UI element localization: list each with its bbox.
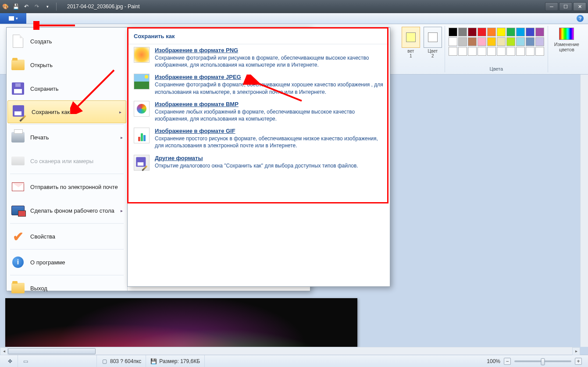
palette-color[interactable] — [526, 37, 535, 46]
scanner-icon — [11, 154, 25, 168]
submenu-label: Изображение в формате JPEG — [155, 74, 384, 80]
palette-color[interactable] — [478, 28, 486, 36]
scroll-right-button[interactable]: ▸ — [572, 347, 580, 355]
palette-color[interactable] — [458, 47, 467, 56]
palette-color[interactable] — [449, 28, 457, 36]
color2-selector[interactable]: Цвет 2 — [424, 27, 442, 58]
palette-color[interactable] — [506, 37, 515, 46]
palette-color[interactable] — [487, 28, 496, 36]
menu-item-email[interactable]: Отправить по электронной почте — [7, 175, 127, 199]
statusbar: ✥ ▭ ▢ 803 ? 604пкс 💾 Размер: 179,6КБ 100… — [0, 355, 588, 367]
menu-item-scanner: Со сканера или камеры — [7, 149, 127, 173]
file-size-text: Размер: 179,6КБ — [159, 358, 200, 364]
color-boxes-group: вет 1 Цвет 2 — [399, 26, 445, 72]
palette-color[interactable] — [506, 47, 515, 56]
mail-icon — [11, 180, 25, 194]
menu-item-print[interactable]: Печать ▸ — [7, 125, 127, 149]
redo-qat-icon[interactable]: ↷ — [33, 3, 40, 10]
scroll-h-thumb[interactable] — [8, 348, 96, 354]
save-as-icon — [12, 105, 26, 119]
palette-color[interactable] — [516, 37, 525, 46]
menu-label: Выход — [30, 285, 47, 292]
minimize-button[interactable]: ─ — [545, 2, 558, 11]
palette-color[interactable] — [516, 47, 525, 56]
save-qat-icon[interactable]: 💾 — [12, 3, 19, 10]
menu-label: Сохранить как — [32, 109, 70, 115]
menu-item-new[interactable]: Создать — [7, 29, 127, 53]
submenu-desc: Сохранение любых изображений в формате, … — [155, 108, 384, 122]
palette-color[interactable] — [478, 47, 486, 56]
zoom-slider[interactable] — [514, 360, 571, 362]
save-icon — [11, 82, 25, 96]
undo-qat-icon[interactable]: ↶ — [23, 3, 30, 10]
menu-label: Печать — [30, 134, 49, 141]
horizontal-scrollbar[interactable]: ◂ ▸ — [0, 347, 580, 355]
palette-color[interactable] — [516, 28, 525, 36]
menu-item-open[interactable]: Открыть — [7, 53, 127, 77]
submenu-item-other[interactable]: Другие форматы Открытие диалогового окна… — [128, 152, 389, 173]
edit-colors-button[interactable]: Изменение цветов — [551, 27, 583, 53]
palette-color[interactable] — [458, 28, 467, 36]
bmp-format-icon — [134, 101, 150, 117]
palette-color[interactable] — [535, 37, 544, 46]
color-palette — [448, 27, 545, 57]
menu-item-about[interactable]: i О программе — [7, 250, 127, 274]
palette-color[interactable] — [478, 37, 486, 46]
palette-color[interactable] — [449, 47, 457, 56]
zoom-slider-thumb[interactable] — [541, 358, 545, 365]
menu-item-exit[interactable]: Выход — [7, 276, 127, 300]
palette-color[interactable] — [468, 47, 477, 56]
menu-item-save[interactable]: Сохранить — [7, 77, 127, 100]
palette-color[interactable] — [468, 37, 477, 46]
desktop-icon — [11, 203, 25, 217]
vertical-scrollbar[interactable] — [580, 75, 588, 347]
zoom-out-button[interactable]: − — [504, 358, 511, 365]
submenu-item-png[interactable]: Изображение в формате PNG Сохранение фот… — [128, 44, 389, 71]
submenu-desc: Открытие диалогового окна "Сохранить как… — [155, 162, 384, 169]
submenu-item-gif[interactable]: Изображение в формате GIF Сохранение про… — [128, 125, 389, 152]
gif-format-icon — [134, 128, 150, 143]
file-menu-button[interactable]: ▾ — [0, 13, 26, 24]
palette-color[interactable] — [449, 37, 457, 46]
menu-item-save-as[interactable]: Сохранить как ▸ — [7, 100, 126, 123]
palette-color[interactable] — [497, 47, 506, 56]
palette-color[interactable] — [506, 28, 515, 36]
submenu-item-bmp[interactable]: Изображение в формате BMP Сохранение люб… — [128, 98, 389, 125]
zoom-controls: 100% − + — [483, 358, 585, 365]
printer-icon — [11, 130, 25, 144]
palette-color[interactable] — [526, 47, 535, 56]
scroll-left-button[interactable]: ◂ — [0, 347, 8, 355]
palette-color[interactable] — [497, 28, 506, 36]
menu-item-properties[interactable]: ✔ Свойства — [7, 224, 127, 248]
ribbon-tabs: ▾ ? — [0, 13, 588, 24]
submenu-label: Изображение в формате GIF — [155, 128, 384, 134]
help-icon[interactable]: ? — [577, 15, 584, 22]
menu-label: Открыть — [30, 62, 53, 68]
submenu-item-jpeg[interactable]: Изображение в формате JPEG Сохранение фо… — [128, 71, 389, 98]
palette-color[interactable] — [458, 37, 467, 46]
menu-item-desktop-bg[interactable]: Сделать фоном рабочего стола ▸ — [7, 199, 127, 222]
new-file-icon — [11, 34, 25, 48]
palette-color[interactable] — [535, 47, 544, 56]
palette-color[interactable] — [497, 37, 506, 46]
palette-color[interactable] — [487, 37, 496, 46]
selection-icon: ▭ — [22, 358, 29, 364]
menu-label: Сохранить — [30, 86, 59, 92]
canvas-image[interactable]: FLOWERINGS — [5, 298, 357, 355]
color1-selector[interactable]: вет 1 — [402, 27, 420, 58]
qat-separator — [56, 3, 57, 11]
menu-separator — [10, 275, 124, 275]
zoom-in-button[interactable]: + — [575, 358, 582, 365]
submenu-label: Изображение в формате BMP — [155, 101, 384, 107]
menu-separator — [10, 174, 124, 174]
menu-label: Сделать фоном рабочего стола — [30, 207, 114, 214]
qat-dropdown-icon[interactable]: ▾ — [44, 3, 51, 10]
palette-color[interactable] — [487, 47, 496, 56]
palette-color[interactable] — [468, 28, 477, 36]
palette-color[interactable] — [526, 28, 535, 36]
maximize-button[interactable]: ☐ — [559, 2, 572, 11]
submenu-desc: Сохранение фотографий или рисунков в фор… — [155, 54, 384, 68]
palette-color[interactable] — [535, 28, 544, 36]
app-icon: 🎨 — [2, 3, 9, 10]
close-button[interactable]: ✕ — [573, 2, 586, 11]
